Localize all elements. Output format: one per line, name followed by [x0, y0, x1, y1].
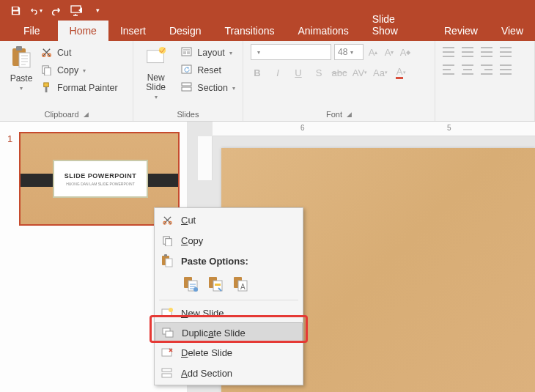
svg-rect-15 [183, 49, 190, 51]
menu-delete-slide[interactable]: Delete Slide [155, 342, 303, 363]
layout-label: Layout [197, 48, 225, 58]
format-painter-icon [41, 82, 53, 94]
format-painter-button[interactable]: Format Painter [38, 81, 121, 95]
separator [159, 300, 298, 300]
font-color-icon[interactable]: A▾ [394, 66, 407, 79]
underline-icon[interactable]: U [292, 66, 305, 79]
menu-add-section-label: Add Section [181, 368, 232, 379]
svg-rect-40 [166, 331, 173, 337]
paste-options-label: Paste Options: [181, 256, 248, 267]
ribbon-tabs: File Home Insert Design Transitions Anim… [0, 21, 535, 41]
tab-file[interactable]: File [12, 21, 52, 41]
group-clipboard: Paste ▾ Cut Copy ▾ Format Pain [0, 41, 133, 121]
svg-point-30 [193, 287, 198, 292]
chevron-down-icon: ▾ [20, 85, 23, 92]
menu-add-section[interactable]: Add Section [155, 363, 303, 383]
tab-transitions[interactable]: Transitions [213, 21, 287, 41]
bold-icon[interactable]: B [251, 66, 264, 79]
quick-access-toolbar: ▾ ▾ [0, 0, 535, 21]
undo-icon[interactable]: ▾ [29, 4, 43, 17]
new-slide-label: New Slide [146, 73, 166, 92]
tab-view[interactable]: View [490, 21, 535, 41]
paste-button[interactable]: Paste ▾ [4, 44, 38, 92]
section-label: Section [197, 83, 228, 93]
numbering-icon[interactable] [462, 47, 473, 57]
decrease-font-size-icon[interactable]: A▾ [383, 45, 396, 59]
group-font-label: Font [326, 110, 342, 119]
chevron-down-icon: ▾ [257, 49, 260, 56]
shadow-icon[interactable]: S [312, 66, 325, 79]
copy-icon [41, 64, 53, 76]
align-right-icon[interactable] [481, 64, 492, 75]
cut-button[interactable]: Cut [38, 45, 121, 60]
chevron-down-icon: ▾ [155, 94, 158, 100]
font-size-select[interactable]: 48▾ [334, 44, 364, 60]
svg-rect-19 [182, 83, 191, 86]
tab-animations[interactable]: Animations [286, 21, 360, 41]
undo-dropdown-icon[interactable]: ▾ [40, 7, 43, 14]
save-icon[interactable] [9, 4, 22, 17]
tab-insert[interactable]: Insert [108, 21, 158, 41]
redo-icon[interactable] [50, 4, 63, 17]
change-case-icon[interactable]: Aa▾ [374, 66, 387, 79]
section-button[interactable]: Section ▾ [178, 81, 238, 95]
svg-rect-0 [12, 7, 18, 10]
increase-font-size-icon[interactable]: A▴ [366, 45, 380, 59]
italic-icon[interactable]: I [271, 66, 284, 79]
copy-label: Copy [57, 65, 78, 75]
clear-formatting-icon[interactable]: A◆ [399, 45, 412, 59]
ribbon: Paste ▾ Cut Copy ▾ Format Pain [0, 41, 535, 122]
copy-button[interactable]: Copy ▾ [38, 63, 121, 78]
decrease-indent-icon[interactable] [481, 47, 492, 57]
strikethrough-icon[interactable]: abc [333, 66, 346, 79]
tab-slideshow[interactable]: Slide Show [361, 9, 432, 41]
svg-rect-11 [45, 87, 48, 93]
align-left-icon[interactable] [443, 64, 454, 75]
layout-button[interactable]: Layout ▾ [178, 45, 238, 60]
svg-rect-4 [16, 46, 22, 51]
svg-rect-17 [187, 51, 190, 54]
cut-label: Cut [57, 48, 71, 58]
reset-icon [181, 64, 193, 76]
chevron-down-icon: ▾ [229, 50, 232, 56]
new-slide-button[interactable]: New Slide ▾ [138, 44, 174, 100]
menu-copy[interactable]: Copy [155, 230, 303, 251]
svg-rect-42 [162, 369, 171, 371]
svg-rect-14 [182, 48, 191, 56]
start-from-beginning-icon[interactable] [70, 4, 84, 17]
group-font: ▾ 48▾ A▴ A▾ A◆ B I U S abc AV▾ Aa▾ A▾ Fo [243, 41, 435, 121]
svg-rect-10 [44, 83, 49, 87]
svg-rect-27 [166, 259, 172, 267]
group-slides-label: Slides [177, 110, 199, 119]
dialog-launcher-icon[interactable]: ◢ [347, 111, 352, 118]
section-icon [181, 82, 193, 94]
menu-new-slide[interactable]: New Slide [155, 303, 303, 323]
tab-home[interactable]: Home [58, 21, 108, 41]
paste-keep-source-formatting-icon[interactable] [206, 274, 225, 293]
tab-review[interactable]: Review [432, 21, 490, 41]
paste-use-destination-theme-icon[interactable] [181, 274, 200, 293]
increase-indent-icon[interactable] [500, 47, 512, 57]
svg-point-38 [169, 308, 173, 312]
menu-duplicate-slide[interactable]: Duplicate Slide [155, 322, 303, 343]
reset-button[interactable]: Reset [178, 63, 238, 78]
char-spacing-icon[interactable]: AV▾ [353, 66, 366, 79]
align-center-icon[interactable] [462, 64, 473, 75]
customize-qat-icon[interactable]: ▾ [91, 4, 104, 17]
svg-rect-26 [164, 254, 167, 256]
menu-new-slide-label: New Slide [181, 308, 224, 319]
reset-label: Reset [197, 65, 221, 75]
chevron-down-icon: ▾ [232, 85, 235, 92]
paste-picture-icon[interactable]: A [231, 274, 250, 293]
menu-cut[interactable]: Cut [155, 210, 303, 230]
font-family-select[interactable]: ▾ [251, 44, 331, 60]
scissors-icon [41, 47, 53, 59]
dialog-launcher-icon[interactable]: ◢ [84, 111, 89, 118]
justify-icon[interactable] [500, 64, 512, 75]
svg-rect-16 [183, 51, 186, 54]
paste-icon [10, 44, 33, 72]
tab-design[interactable]: Design [158, 21, 213, 41]
bullets-icon[interactable] [443, 47, 454, 57]
paste-options-row: A [155, 271, 303, 297]
format-painter-label: Format Painter [57, 83, 118, 93]
